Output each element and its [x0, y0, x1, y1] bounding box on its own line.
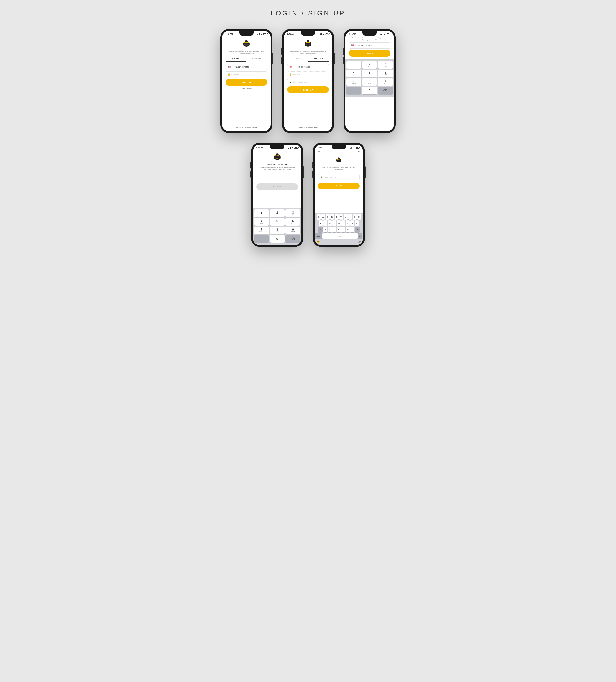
key-2[interactable]: 2ABC	[362, 61, 377, 69]
key-0[interactable]: 0	[362, 87, 377, 94]
key-k[interactable]: K	[350, 220, 354, 226]
key-8[interactable]: 8TUV	[270, 227, 285, 234]
key-z[interactable]: Z	[323, 227, 327, 232]
key-5[interactable]: 5JKL	[270, 218, 285, 226]
key-d[interactable]: D	[328, 220, 332, 226]
space-key[interactable]: space	[322, 233, 358, 239]
key-o[interactable]: O	[353, 214, 357, 220]
key-w[interactable]: W	[321, 214, 325, 220]
chevron-1: ▾	[232, 66, 232, 68]
key-a[interactable]: A	[319, 220, 323, 226]
key-u[interactable]: U	[344, 214, 347, 220]
otp-dash	[272, 179, 276, 179]
phone-numpad-screen: 9:41 AM ▲ C	[345, 31, 394, 131]
key-j[interactable]: J	[346, 220, 350, 226]
key-t[interactable]: T	[335, 214, 339, 220]
tab-login-2[interactable]: LOGIN	[287, 56, 308, 61]
key-s[interactable]: S	[323, 220, 327, 226]
emoji-icon[interactable]: 😊	[317, 240, 320, 243]
key-9[interactable]: 9WXYZ	[286, 227, 300, 234]
tab-signup-2[interactable]: SIGN UP	[308, 56, 329, 62]
login-button-4[interactable]: LOGIN	[256, 183, 298, 190]
signup-tabs[interactable]: LOGIN SIGN UP	[287, 56, 329, 62]
numpad-row-2: 4GHI 5JKL 6MNO	[254, 218, 300, 226]
key-v[interactable]: V	[337, 227, 341, 232]
mic-icon[interactable]: 🎤	[358, 241, 361, 243]
signal-bar	[259, 33, 260, 35]
key-delete[interactable]: ⌫	[286, 235, 300, 243]
save-button[interactable]: SAVE	[318, 183, 360, 189]
key-g[interactable]: G	[337, 220, 341, 226]
key-9[interactable]: 9WXYZ	[378, 78, 393, 86]
password-input-2[interactable]: 🔒 Password	[287, 71, 329, 77]
flag-2: 🇬🇪	[289, 66, 292, 68]
bottom-link-2[interactable]: Login	[314, 126, 318, 128]
key-7[interactable]: 7PQRS	[346, 78, 361, 86]
key-1[interactable]: 1	[254, 209, 269, 217]
sign-up-button[interactable]: SIGN UP	[287, 87, 329, 93]
numbers-key[interactable]: 123	[315, 233, 322, 239]
key-m[interactable]: M	[350, 227, 354, 232]
key-delete[interactable]: ⌫	[378, 87, 393, 94]
key-q[interactable]: Q	[317, 214, 321, 220]
svg-point-8	[307, 42, 309, 43]
signal-bar	[320, 33, 321, 35]
tab-login-1[interactable]: LOGIN	[226, 56, 246, 62]
menu-icon[interactable]: ≡	[358, 150, 360, 153]
key-6[interactable]: 6MNO	[286, 218, 300, 226]
login-button-3[interactable]: LOGIN	[349, 50, 390, 56]
numpad-3: 1 2ABC 3DEF 4GHI 5JKL 6MNO 7PQRS 8TUV 9W…	[345, 60, 394, 97]
key-n[interactable]: N	[346, 227, 350, 232]
key-6[interactable]: 6MNO	[378, 70, 393, 77]
key-y[interactable]: Y	[339, 214, 343, 220]
svg-point-19	[339, 159, 340, 160]
back-button[interactable]: ←	[318, 150, 321, 153]
key-1[interactable]: 1	[346, 61, 361, 69]
key-c[interactable]: C	[333, 227, 336, 232]
kb-delete-key[interactable]: ⌫	[355, 227, 360, 232]
key-i[interactable]: I	[348, 214, 352, 220]
tab-signup-1[interactable]: SIGN UP	[246, 56, 267, 61]
go-key[interactable]: Go	[358, 233, 363, 239]
key-3[interactable]: 3DEF	[286, 209, 300, 217]
key-p[interactable]: P	[357, 214, 361, 220]
key-2[interactable]: 2ABC	[270, 209, 285, 217]
key-0[interactable]: 0	[270, 235, 285, 243]
key-8[interactable]: 8TUV	[362, 78, 377, 86]
otp-dot-6	[291, 175, 296, 180]
key-h[interactable]: H	[341, 220, 345, 226]
key-l[interactable]: L	[355, 220, 359, 226]
signal-bar	[258, 34, 258, 35]
password-placeholder-1: Password	[231, 74, 239, 75]
key-r[interactable]: R	[330, 214, 334, 220]
key-x[interactable]: X	[328, 227, 332, 232]
signal-bar	[320, 34, 320, 35]
status-time-1: 9:41 AM	[226, 33, 233, 35]
key-b[interactable]: B	[341, 227, 345, 232]
key-5[interactable]: 5JKL	[362, 70, 377, 77]
battery-fill	[356, 147, 359, 148]
battery-fill	[295, 147, 297, 148]
phone-numpad: 9:41 AM ▲ C	[344, 29, 396, 133]
key-4[interactable]: 4GHI	[254, 218, 269, 226]
reset-password-input[interactable]: 🔒 Reset Password	[318, 174, 360, 180]
phone-input-3[interactable]: 🇺🇸 ▾ +1 (612) 397-8483	[349, 42, 390, 49]
login-tabs[interactable]: LOGIN SIGN UP	[226, 56, 267, 62]
password-input-1[interactable]: 🔒 Password	[226, 71, 267, 77]
key-empty	[346, 87, 361, 94]
key-f[interactable]: F	[333, 220, 336, 226]
forgot-password-link[interactable]: Forgot Password?	[240, 87, 253, 89]
key-e[interactable]: E	[326, 214, 329, 220]
shift-key[interactable]: ⇧	[318, 227, 323, 232]
flag-1: 🇺🇸	[228, 66, 230, 68]
phone-input-2[interactable]: 🇬🇪 ▾ +995 5997711803	[287, 64, 329, 70]
sign-in-button[interactable]: SIGN IN	[226, 79, 267, 86]
key-4[interactable]: 4GHI	[346, 70, 361, 77]
confirm-password-input[interactable]: 🔒 Confirm Password	[287, 79, 329, 85]
key-3[interactable]: 3DEF	[378, 61, 393, 69]
bottom-link-1[interactable]: Sign up	[252, 126, 257, 128]
app-logo-2	[302, 38, 314, 49]
phone-input-1[interactable]: 🇺🇸 ▾ +1 (917) 467-3445	[226, 64, 267, 70]
key-7[interactable]: 7PQRS	[254, 227, 269, 234]
app-tagline-2: Curabitur sit amet massa nunc. Fusce at …	[289, 50, 327, 54]
